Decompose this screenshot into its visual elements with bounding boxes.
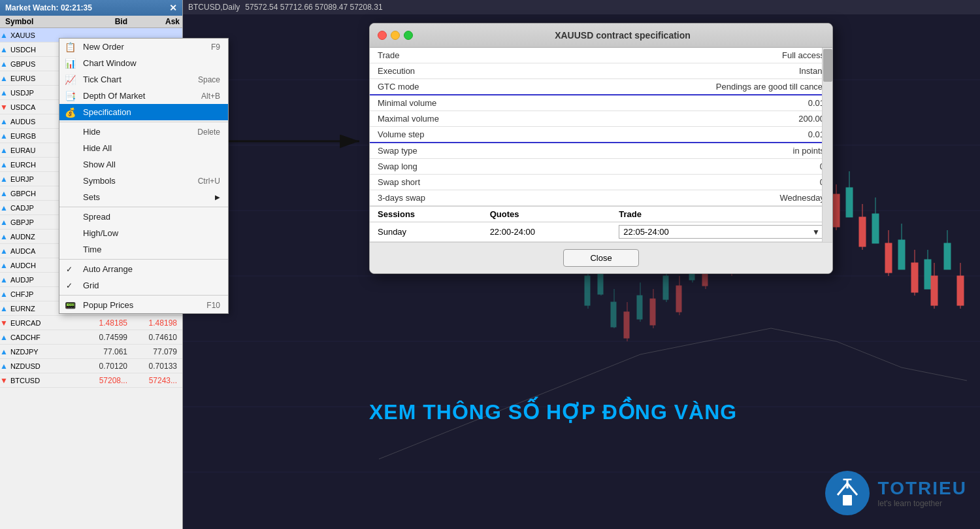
trade-session-dropdown[interactable]: 22:05-24:00 ▼ <box>619 225 825 239</box>
menu-item-hide[interactable]: Hide Delete <box>59 124 228 140</box>
arrow-up-icon: ▲ <box>0 88 8 97</box>
menu-item-new-order[interactable]: 📋 New Order F9 <box>59 39 228 55</box>
spec-value-minimal-volume: 0.01 <box>514 95 832 111</box>
menu-item-auto-arrange[interactable]: ✓ Auto Arrange <box>59 261 228 277</box>
menu-label-spread: Spread <box>83 212 110 222</box>
spec-value-volume-step: 0.01 <box>514 127 832 143</box>
arrow-up-icon: ▲ <box>0 261 8 270</box>
menu-separator <box>59 207 228 207</box>
menu-separator <box>59 259 228 260</box>
modal-scrollbar[interactable] <box>822 48 832 242</box>
list-item[interactable]: ▼ BTCUSD 57208... 57243... <box>0 373 182 388</box>
svg-rect-39 <box>957 276 964 305</box>
menu-item-specification[interactable]: 💰 Specification <box>59 104 228 120</box>
symbol-bid: 1.48185 <box>78 318 130 328</box>
sessions-header-sessions: Sessions <box>370 207 482 222</box>
list-item[interactable]: ▲ NZDUSD 0.70120 0.70133 <box>0 359 182 373</box>
arrow-up-icon: ▲ <box>0 175 8 184</box>
modal-minimize-mac-button[interactable] <box>391 31 400 40</box>
list-item[interactable]: ▲ NZDJPY 77.061 77.079 <box>0 345 182 359</box>
table-row: Sunday 22:00-24:00 22:05-24:00 ▼ <box>370 222 832 242</box>
svg-rect-21 <box>898 240 905 269</box>
svg-rect-59 <box>650 299 655 325</box>
modal-window-controls <box>378 31 413 40</box>
menu-label-high-low: High/Low <box>83 228 118 238</box>
menu-item-grid[interactable]: ✓ Grid <box>59 277 228 294</box>
modal-close-button[interactable]: Close <box>563 249 638 267</box>
spec-icon: 💰 <box>65 107 76 118</box>
column-ask: Ask <box>130 16 182 27</box>
checkmark-grid: ✓ <box>66 281 73 290</box>
spec-label-swap-short: Swap short <box>370 175 514 190</box>
svg-rect-72 <box>843 495 852 505</box>
symbol-bid: 57208... <box>78 376 130 385</box>
order-icon: 📋 <box>65 42 76 52</box>
spec-value-execution: Instant <box>514 63 832 79</box>
svg-rect-49 <box>663 276 668 299</box>
list-item[interactable]: ▼ EURCAD 1.48185 1.48198 <box>0 316 182 330</box>
spec-value-gtc-mode: Pendings are good till cancel <box>514 79 832 95</box>
column-symbol: Symbol <box>0 16 78 27</box>
menu-item-time[interactable]: Time <box>59 241 228 258</box>
menu-label-grid: Grid <box>83 281 99 290</box>
menu-item-spread[interactable]: Spread <box>59 209 228 225</box>
scrollbar-thumb[interactable] <box>823 49 832 82</box>
shortcut-popup: F10 <box>206 301 220 310</box>
spec-value-swap-short: 0 <box>514 175 832 190</box>
svg-rect-61 <box>676 286 681 312</box>
market-watch-columns: Symbol Bid Ask <box>0 16 182 28</box>
symbol-name: NZDUSD <box>10 362 78 370</box>
menu-item-popup-prices[interactable]: 📟 Popup Prices F10 <box>59 297 228 313</box>
spec-label-maximal-volume: Maximal volume <box>370 111 514 127</box>
spec-value-maximal-volume: 200.00 <box>514 111 832 127</box>
modal-scroll-area[interactable]: Trade Full access Execution Instant GTC … <box>370 48 832 242</box>
arrow-up-icon: ▲ <box>0 304 8 313</box>
arrow-svg <box>229 128 372 154</box>
symbol-name: NZDJPY <box>10 348 78 356</box>
svg-rect-45 <box>611 302 616 327</box>
menu-item-tick-chart[interactable]: 📈 Tick Chart Space <box>59 71 228 88</box>
market-watch-close-button[interactable]: ✕ <box>169 3 177 13</box>
svg-rect-19 <box>872 214 879 243</box>
menu-item-high-low[interactable]: High/Low <box>59 225 228 241</box>
menu-item-depth-of-market[interactable]: 📑 Depth Of Market Alt+B <box>59 88 228 104</box>
menu-label-hide-all: Hide All <box>83 143 112 153</box>
menu-item-hide-all[interactable]: Hide All <box>59 140 228 156</box>
tick-icon: 📈 <box>65 75 76 85</box>
modal-title: XAUUSD contract specification <box>421 30 825 41</box>
svg-rect-33 <box>885 243 892 273</box>
menu-label-tick-chart: Tick Chart <box>83 75 122 84</box>
list-item[interactable]: ▲ CADCHF 0.74599 0.74610 <box>0 330 182 345</box>
depth-icon: 📑 <box>65 91 76 101</box>
modal-close-mac-button[interactable] <box>378 31 387 40</box>
context-menu: 📋 New Order F9 📊 Chart Window 📈 Tick Cha… <box>59 38 229 314</box>
arrow-up-icon: ▲ <box>0 160 8 169</box>
arrow-up-icon: ▲ <box>0 45 8 54</box>
arrow-up-icon: ▲ <box>0 203 8 213</box>
menu-item-chart-window[interactable]: 📊 Chart Window <box>59 55 228 71</box>
market-watch-title: Market Watch: 02:21:35 <box>5 3 92 12</box>
logo-brand-name: TOTRIEU <box>878 478 967 499</box>
menu-label-show-all: Show All <box>83 160 116 169</box>
symbol-name: CADCHF <box>10 333 78 341</box>
symbol-name: EURCAD <box>10 319 78 327</box>
svg-rect-31 <box>859 217 866 247</box>
arrow-up-icon: ▲ <box>0 275 8 284</box>
trade-session-value: 22:05-24:00 <box>623 227 668 237</box>
menu-label-auto-arrange: Auto Arrange <box>83 264 133 274</box>
menu-item-symbols[interactable]: Symbols Ctrl+U <box>59 173 228 189</box>
symbol-ask: 1.48198 <box>130 318 182 328</box>
modal-maximize-mac-button[interactable] <box>404 31 413 40</box>
svg-rect-29 <box>833 194 840 227</box>
session-day-sunday: Sunday <box>370 222 482 242</box>
menu-item-sets[interactable]: Sets ▶ <box>59 189 228 205</box>
menu-label-symbols: Symbols <box>83 176 116 186</box>
spec-value-3days-swap: Wednesday <box>514 190 832 206</box>
sessions-header-trade: Trade <box>611 207 832 222</box>
svg-rect-23 <box>924 260 931 289</box>
symbol-ask: 0.74610 <box>130 333 182 342</box>
menu-label-hide: Hide <box>83 127 101 137</box>
menu-item-show-all[interactable]: Show All <box>59 156 228 173</box>
shortcut-symbols: Ctrl+U <box>198 177 220 186</box>
table-row: Swap short 0 <box>370 175 832 190</box>
